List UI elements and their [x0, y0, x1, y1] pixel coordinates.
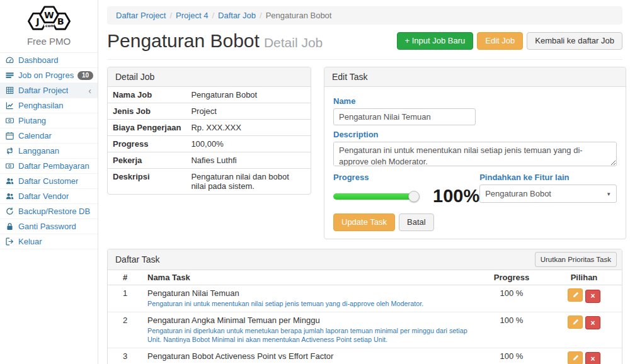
- task-name: Pengaturan Nilai Temuan: [147, 288, 472, 298]
- detail-row-label: Nama Job: [108, 87, 186, 103]
- input-job-baru-button[interactable]: + Input Job Baru: [397, 32, 474, 50]
- page-subtitle: Detail Job: [264, 35, 323, 50]
- edit-task-button[interactable]: [568, 351, 583, 364]
- sidebar-item-daftar-pembayaran[interactable]: Daftar Pembayaran: [0, 159, 98, 174]
- progress-slider[interactable]: [333, 193, 414, 200]
- page-header: Pengaturan BobotDetail Job + Input Job B…: [107, 30, 622, 60]
- task-name-cell: Pengaturan Nilai TemuanPengaturan ini un…: [142, 285, 477, 312]
- detail-row-value: Pengaturan Bobot: [186, 87, 311, 103]
- task-table-body: 1Pengaturan Nilai TemuanPengaturan ini u…: [108, 285, 622, 364]
- sidebar-item-daftar-customer[interactable]: Daftar Customer: [0, 174, 98, 189]
- edit-task-button[interactable]: [568, 316, 583, 329]
- detail-row-label: Progress: [108, 136, 186, 152]
- sidebar-item-label: Piutang: [18, 116, 46, 125]
- sidebar-item-dashboard[interactable]: Dashboard: [0, 53, 98, 68]
- lock-icon: [4, 222, 14, 230]
- detail-row-value: Project: [186, 103, 311, 120]
- progress-value: 100%: [433, 187, 479, 205]
- sidebar: J B W .com Free PMO DashboardJob on Prog…: [0, 0, 98, 364]
- sidebar-item-label: Langganan: [18, 146, 59, 156]
- task-list-panel: Daftar Task Urutkan Prioritas Task # Nam…: [107, 249, 622, 364]
- brand: J B W .com Free PMO: [0, 0, 98, 47]
- breadcrumb-separator: /: [256, 11, 266, 20]
- detail-row-value: Pengaturan nilai dan bobot nilai pada si…: [186, 169, 311, 195]
- task-name-input[interactable]: [333, 108, 476, 125]
- dashboard-icon: [4, 56, 14, 64]
- sidebar-item-backup-restore-db[interactable]: Backup/Restore DB: [0, 204, 98, 219]
- sidebar-item-label: Daftar Project: [18, 86, 68, 95]
- task-name: Pengaturan Bobot Activeness Point vs Eff…: [147, 351, 472, 361]
- money-icon: [4, 162, 14, 170]
- sidebar-item-langganan[interactable]: Langganan: [0, 144, 98, 159]
- task-description: Pengaturan ini untuk menentukan nilai se…: [147, 299, 472, 309]
- sidebar-item-label: Daftar Customer: [18, 176, 78, 186]
- breadcrumb-item[interactable]: Project 4: [176, 11, 208, 20]
- refresh-icon: [4, 207, 14, 215]
- edit-job-button[interactable]: Edit Job: [477, 32, 523, 50]
- task-row: 2Pengaturan Angka Minimal Temuan per Min…: [108, 312, 622, 348]
- sidebar-item-keluar[interactable]: Keluar: [0, 234, 98, 249]
- detail-row: Jenis JobProject: [108, 103, 311, 120]
- sidebar-item-label: Dashboard: [18, 55, 59, 65]
- detail-row-label: Biaya Pengerjaan: [108, 120, 186, 136]
- sidebar-item-daftar-vendor[interactable]: Daftar Vendor: [0, 189, 98, 204]
- sidebar-item-piutang[interactable]: Piutang: [0, 113, 98, 128]
- sidebar-item-label: Job on Progress: [18, 71, 74, 80]
- sidebar-menu: DashboardJob on Progress10Daftar Project…: [0, 52, 98, 249]
- chart-icon: [4, 101, 14, 110]
- sidebar-item-label: Keluar: [18, 237, 42, 246]
- detail-row-value: 100,00%: [186, 136, 311, 152]
- column-header-num: #: [108, 270, 142, 285]
- sidebar-item-calendar[interactable]: Calendar: [0, 128, 98, 144]
- edit-task-button[interactable]: [568, 288, 583, 302]
- task-actions: ×: [546, 348, 622, 364]
- progress-slider-knob[interactable]: [408, 191, 420, 202]
- column-header-actions: Pilihan: [546, 270, 622, 285]
- back-to-job-list-button[interactable]: Kembali ke daftar Job: [527, 32, 622, 50]
- sidebar-item-label: Daftar Vendor: [18, 191, 69, 201]
- task-name-cell: Pengaturan Angka Minimal Temuan per Ming…: [142, 312, 477, 348]
- detail-job-panel-title: Detail Job: [108, 67, 311, 87]
- svg-text:.com: .com: [43, 23, 54, 28]
- brand-name: Free PMO: [0, 36, 98, 47]
- task-table-header: # Nama Task Progress Pilihan: [108, 270, 622, 285]
- task-description-textarea[interactable]: Pengaturan ini untuk menentukan nilai se…: [333, 142, 617, 166]
- sidebar-item-ganti-password[interactable]: Ganti Password: [0, 219, 98, 234]
- sidebar-item-daftar-project[interactable]: Daftar Project‹: [0, 83, 98, 98]
- page-title: Pengaturan Bobot: [107, 30, 260, 51]
- move-feature-select[interactable]: Pengaturan Bobot: [479, 185, 617, 203]
- sidebar-item-penghasilan[interactable]: Penghasilan: [0, 98, 98, 113]
- task-progress: 100 %: [477, 348, 546, 364]
- breadcrumb-separator: /: [208, 11, 218, 20]
- sidebar-item-job-on-progress[interactable]: Job on Progress10: [0, 68, 98, 83]
- task-name: Pengaturan Angka Minimal Temuan per Ming…: [147, 316, 472, 325]
- sort-priority-button-top[interactable]: Urutkan Prioritas Task: [535, 252, 617, 267]
- header-actions: + Input Job Baru Edit Job Kembali ke daf…: [397, 32, 623, 50]
- update-task-button[interactable]: Update Task: [333, 213, 395, 231]
- breadcrumb-item[interactable]: Daftar Job: [218, 11, 256, 20]
- detail-row-label: Deskripsi: [108, 169, 186, 195]
- jwb-logo-icon: J B W .com: [16, 4, 83, 32]
- detail-row: DeskripsiPengaturan nilai dan bobot nila…: [108, 169, 311, 195]
- column-header-progress: Progress: [477, 270, 546, 285]
- detail-row: Biaya PengerjaanRp. XXX.XXX: [108, 120, 311, 136]
- delete-task-button[interactable]: ×: [585, 352, 600, 364]
- move-feature-select-wrap: Pengaturan Bobot ▼: [479, 185, 617, 203]
- detail-row: Nama JobPengaturan Bobot: [108, 87, 311, 103]
- signout-icon: [4, 237, 14, 246]
- cancel-button[interactable]: Batal: [399, 213, 434, 231]
- table-icon: [4, 86, 14, 94]
- delete-task-button[interactable]: ×: [585, 316, 600, 329]
- breadcrumb-item: Pengaturan Bobot: [266, 11, 332, 20]
- move-feature-label: Pindahkan ke Fitur lain: [479, 173, 617, 182]
- edit-task-panel: Edit Task Name Description Pengaturan in…: [324, 67, 626, 239]
- calendar-icon: [4, 132, 14, 140]
- sidebar-item-label: Calendar: [18, 131, 52, 140]
- detail-row-value: Nafies Luthfi: [186, 152, 311, 169]
- task-list-heading: Daftar Task Urutkan Prioritas Task: [108, 249, 622, 270]
- breadcrumb-item[interactable]: Daftar Project: [116, 11, 166, 20]
- delete-task-button[interactable]: ×: [585, 290, 600, 303]
- edit-task-form: Name Description Pengaturan ini untuk me…: [324, 87, 626, 239]
- retweet-icon: [4, 147, 14, 155]
- svg-text:B: B: [57, 16, 64, 26]
